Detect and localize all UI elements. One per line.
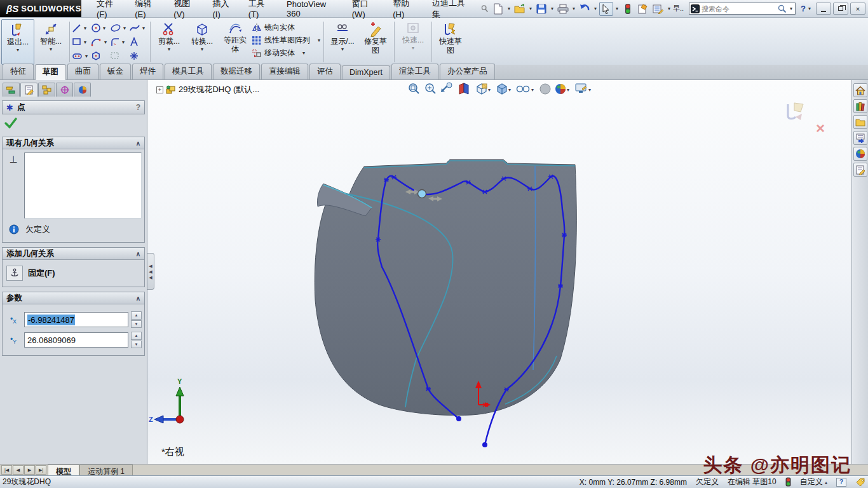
ellipse-tool[interactable]: ▾ bbox=[110, 23, 127, 33]
search-dropdown[interactable]: ▾ bbox=[789, 6, 794, 11]
feature-tree-tab[interactable] bbox=[3, 83, 20, 97]
dimxpert-manager-tab[interactable] bbox=[56, 83, 73, 97]
edit-appearance-icon[interactable] bbox=[540, 84, 550, 94]
collapse-icon[interactable]: ∧ bbox=[136, 295, 140, 302]
tab-weldments[interactable]: 焊件 bbox=[132, 64, 163, 79]
menu-edit[interactable]: 编辑(E) bbox=[128, 0, 167, 19]
tab-sheet-metal[interactable]: 钣金 bbox=[100, 64, 131, 79]
y-spinner[interactable]: ▲ ▼ bbox=[131, 332, 142, 348]
selection-box-tool[interactable] bbox=[110, 51, 120, 61]
print-button[interactable] bbox=[556, 2, 570, 16]
repair-sketch-button[interactable]: 修复草 图 bbox=[359, 19, 392, 65]
polygon-tool[interactable] bbox=[91, 51, 101, 61]
print-dropdown[interactable]: ▾ bbox=[571, 6, 576, 11]
status-help-icon[interactable]: ? bbox=[836, 478, 846, 487]
section-view-icon[interactable] bbox=[459, 83, 468, 94]
sketch-text-tool[interactable] bbox=[129, 37, 139, 47]
select-tool-button[interactable] bbox=[599, 2, 613, 16]
menu-insert[interactable]: 插入(I) bbox=[206, 0, 241, 19]
save-button[interactable] bbox=[534, 2, 548, 16]
line-tool[interactable]: ▾ bbox=[72, 23, 88, 33]
tab-direct-editing[interactable]: 直接编辑 bbox=[261, 64, 308, 79]
cancel-sketch-icon[interactable]: × bbox=[816, 119, 825, 137]
qat-overflow-label[interactable]: 早.. bbox=[673, 4, 684, 13]
display-manager-tab[interactable] bbox=[74, 83, 91, 97]
quick-snaps-button[interactable]: 快速... ▾ bbox=[397, 19, 430, 65]
custom-properties-icon[interactable] bbox=[853, 163, 867, 177]
view-settings-icon[interactable] bbox=[576, 84, 587, 93]
menu-window[interactable]: 窗口(W) bbox=[346, 0, 386, 19]
view-settings-dropdown[interactable]: ▾ bbox=[588, 87, 591, 93]
apply-scene-dropdown[interactable]: ▾ bbox=[567, 87, 569, 93]
help-button[interactable]: ? bbox=[801, 4, 806, 13]
minimize-button[interactable] bbox=[816, 3, 831, 15]
property-manager-tab[interactable] bbox=[20, 83, 37, 97]
x-coordinate-field[interactable]: -6.98241487 bbox=[24, 312, 128, 327]
existing-relations-header[interactable]: 现有几何关系 ∧ bbox=[3, 137, 144, 149]
display-style-dropdown[interactable]: ▾ bbox=[508, 87, 511, 93]
menu-tools[interactable]: 工具(T) bbox=[242, 0, 280, 19]
move-entities-button[interactable]: 移动实体 ▾ bbox=[252, 48, 322, 58]
add-relations-header[interactable]: 添加几何关系 ∧ bbox=[3, 248, 144, 260]
zoom-area-icon[interactable] bbox=[426, 84, 435, 93]
view-orientation-icon[interactable] bbox=[477, 84, 487, 94]
expand-tree-icon[interactable]: + bbox=[156, 86, 163, 93]
zoom-fit-icon[interactable] bbox=[409, 84, 419, 93]
file-explorer-icon[interactable] bbox=[853, 115, 867, 129]
undo-dropdown[interactable]: ▾ bbox=[593, 6, 598, 11]
search-input[interactable] bbox=[702, 5, 776, 13]
options-button[interactable] bbox=[651, 2, 665, 16]
tab-mold-tools[interactable]: 模具工具 bbox=[165, 64, 212, 79]
prev-tab-button[interactable]: ◀ bbox=[13, 465, 24, 475]
y-coordinate-field[interactable]: 26.06809069 bbox=[24, 332, 128, 348]
new-file-dropdown[interactable]: ▾ bbox=[506, 6, 512, 11]
point-tool[interactable] bbox=[129, 51, 139, 61]
x-spinner[interactable]: ▲ ▼ bbox=[131, 311, 142, 328]
rebuild-button[interactable] bbox=[621, 2, 635, 16]
linear-sketch-pattern-button[interactable]: 线性草图阵列 ▾ bbox=[252, 35, 322, 46]
next-tab-button[interactable]: ▶ bbox=[24, 465, 35, 475]
parameters-header[interactable]: 参数 ∧ bbox=[3, 292, 144, 304]
tab-evaluate[interactable]: 评估 bbox=[309, 64, 341, 79]
spline-tool[interactable]: ▾ bbox=[129, 23, 146, 33]
ok-check-icon[interactable] bbox=[4, 117, 18, 130]
fix-relation-button[interactable]: 固定(F) bbox=[5, 263, 142, 283]
flyout-feature-tree[interactable]: + 29玫瑰花DHQ (默认... bbox=[156, 84, 259, 95]
previous-view-icon[interactable] bbox=[441, 83, 452, 92]
search-icon[interactable] bbox=[778, 4, 787, 13]
relations-listbox[interactable] bbox=[24, 152, 142, 219]
model-tab[interactable]: 模型 bbox=[48, 464, 79, 475]
menu-file[interactable]: 文件(F) bbox=[90, 0, 128, 19]
menu-help[interactable]: 帮助(H) bbox=[386, 0, 426, 19]
convert-entities-button[interactable]: 转换... ▾ bbox=[186, 19, 219, 65]
fillet-tool[interactable]: ▾ bbox=[110, 37, 126, 47]
hide-show-dropdown[interactable]: ▾ bbox=[531, 87, 534, 93]
selected-point[interactable] bbox=[418, 190, 426, 198]
tab-features[interactable]: 特征 bbox=[3, 64, 34, 79]
tab-render-tools[interactable]: 渲染工具 bbox=[391, 64, 438, 79]
display-style-icon[interactable] bbox=[498, 84, 506, 94]
options-dropdown[interactable]: ▾ bbox=[667, 6, 672, 11]
new-file-button[interactable] bbox=[491, 2, 505, 16]
select-tool-dropdown[interactable]: ▾ bbox=[614, 6, 620, 11]
appearances-scenes-icon[interactable] bbox=[853, 147, 867, 161]
resources-home-icon[interactable] bbox=[853, 83, 867, 97]
confirm-exit-sketch-icon[interactable] bbox=[784, 102, 810, 123]
menu-pin-icon[interactable] bbox=[480, 4, 489, 13]
motion-study-tab[interactable]: 运动算例 1 bbox=[79, 464, 133, 475]
last-tab-button[interactable]: ▶| bbox=[36, 465, 46, 475]
help-dropdown[interactable]: ▾ bbox=[807, 6, 812, 11]
tab-office-products[interactable]: 办公室产品 bbox=[440, 64, 495, 79]
tab-dimxpert[interactable]: DimXpert bbox=[342, 65, 390, 79]
collapse-icon[interactable]: ∧ bbox=[136, 140, 140, 147]
hide-show-items-icon[interactable] bbox=[517, 86, 529, 92]
rapid-sketch-button[interactable]: 快速草 图 bbox=[434, 19, 467, 65]
view-palette-icon[interactable] bbox=[853, 131, 867, 145]
undo-button[interactable] bbox=[578, 2, 592, 16]
smart-dimension-button[interactable]: 智能... ▾ bbox=[34, 19, 67, 65]
circle-tool[interactable]: ▾ bbox=[91, 23, 107, 33]
file-properties-button[interactable] bbox=[636, 2, 650, 16]
menu-view[interactable]: 视图(V) bbox=[167, 0, 206, 19]
apply-scene-icon[interactable] bbox=[555, 84, 566, 94]
open-file-button[interactable] bbox=[513, 2, 527, 16]
